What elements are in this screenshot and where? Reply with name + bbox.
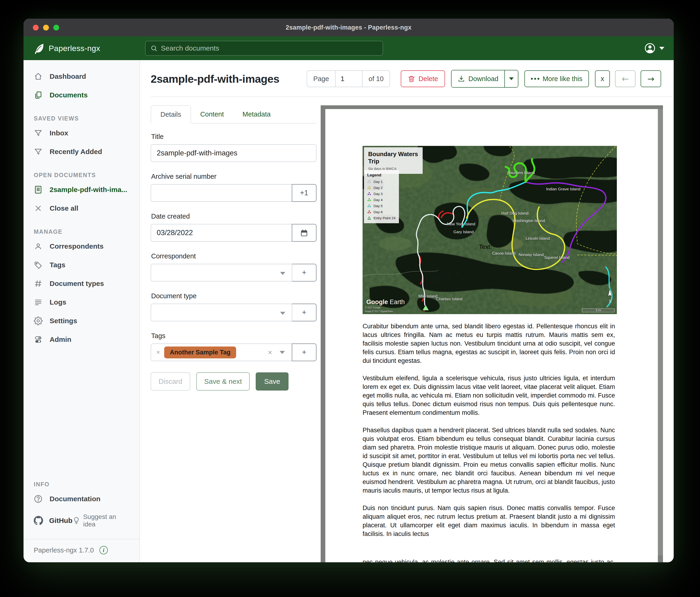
manage-heading: MANAGE [34, 229, 140, 235]
google-earth-attribution: Google Earth [366, 298, 405, 306]
save-button[interactable]: Save [256, 373, 288, 390]
sidebar-item-settings[interactable]: Settings [24, 312, 140, 330]
add-document-type-button[interactable]: + [292, 304, 317, 321]
close-document-button[interactable]: x [595, 70, 610, 87]
document-type-select[interactable] [151, 304, 292, 321]
entry-point-icon [367, 216, 371, 220]
legend-item: Day 6 [367, 210, 396, 214]
sidebar-item-recently-added[interactable]: Recently Added [24, 142, 140, 161]
info-heading: INFO [34, 481, 140, 488]
document-header: 2sample-pdf-with-images Page of 10 Delet… [151, 70, 674, 88]
sidebar-item-dashboard[interactable]: Dashboard [24, 67, 140, 86]
map-place-label: Mile Island [419, 294, 437, 299]
save-and-next-button[interactable]: Save & next [196, 373, 250, 390]
previous-document-button[interactable]: ← [615, 70, 635, 87]
more-like-this-button[interactable]: More like this [524, 70, 589, 87]
chevron-down-icon [280, 272, 285, 275]
tags-select[interactable]: × Another Sample Tag × [151, 343, 292, 361]
document-paragraph: nec neque vehicula, ac molestie ante orn… [362, 558, 615, 562]
search-input[interactable]: Search documents [145, 41, 383, 56]
version-text: Paperless-ngx 1.7.0 [34, 546, 94, 554]
trash-icon [408, 75, 415, 82]
date-created-field[interactable] [151, 224, 292, 242]
date-created-label: Date created [151, 213, 317, 220]
correspondent-label: Correspondent [151, 253, 317, 260]
app-header: Paperless-ngx Search documents [24, 37, 674, 60]
download-button[interactable]: Download [452, 70, 504, 87]
sidebar-item-github[interactable]: GitHub [34, 516, 72, 525]
person-icon [34, 242, 43, 251]
pdf-preview-panel: Boundary Waters Trip Six days in BWCA Le… [321, 105, 674, 562]
map-place-label: New York Island [447, 222, 475, 226]
hash-icon [34, 279, 43, 288]
map-place-label: Indian Grave Island [546, 187, 580, 192]
sidebar-item-tags[interactable]: Tags [24, 256, 140, 274]
sidebar-item-documentation[interactable]: Documentation [24, 489, 140, 508]
discard-button[interactable]: Discard [151, 373, 190, 390]
asn-field[interactable] [151, 184, 292, 202]
lightbulb-icon [72, 517, 80, 525]
legend-item: Day 5 [367, 204, 396, 208]
route-dots-icon [367, 192, 371, 196]
page-title: 2sample-pdf-with-images [151, 72, 279, 85]
preview-scrollbar-track[interactable] [663, 105, 674, 562]
calendar-button[interactable] [292, 224, 317, 242]
asn-plus-one-button[interactable]: +1 [292, 184, 317, 202]
title-field[interactable] [151, 144, 317, 162]
leaf-logo-icon [33, 43, 45, 54]
titlebar: 2sample-pdf-with-images - Paperless-ngx [24, 19, 674, 37]
documents-icon [34, 91, 43, 99]
map-legend: Legend Day 1Day 2Day 3Day 4Day 5Day 6Ent… [364, 170, 399, 223]
sidebar-item-correspondents[interactable]: Correspondents [24, 237, 140, 256]
main-panel: 2sample-pdf-with-images Page of 10 Delet… [140, 60, 674, 562]
route-dots-icon [367, 180, 371, 184]
legend-item: Day 1 [367, 180, 396, 184]
tag-chip[interactable]: Another Sample Tag [164, 347, 236, 358]
tab-details[interactable]: Details [151, 105, 191, 123]
user-menu[interactable] [644, 42, 665, 54]
chevron-down-icon [659, 47, 665, 50]
page-number-input[interactable] [335, 71, 362, 87]
correspondent-select[interactable] [151, 264, 292, 282]
chevron-down-icon [509, 77, 514, 80]
map-place-label: Canoe Island [492, 251, 515, 256]
filter-icon [34, 128, 43, 138]
download-options-button[interactable] [504, 70, 518, 87]
screen: 2sample-pdf-with-images - Paperless-ngx … [0, 0, 700, 597]
tab-metadata[interactable]: Metadata [233, 105, 280, 123]
sidebar-item-admin[interactable]: Admin [24, 330, 140, 349]
sidebar-item-inbox[interactable]: Inbox [24, 124, 140, 142]
delete-button[interactable]: Delete [401, 70, 445, 87]
map-place-label: Squirrel Island [544, 255, 570, 260]
chevron-down-icon [280, 351, 285, 354]
map-place-label: Text: [479, 243, 492, 250]
document-text: Curabitur bibendum ante urna, sed blandi… [362, 322, 615, 562]
sidebar-item-documents[interactable]: Documents [24, 86, 140, 104]
page-navigator: Page of 10 [307, 70, 390, 87]
map-title-box: Boundary Waters Trip Six days in BWCA [364, 147, 423, 174]
route-dots-icon [367, 186, 371, 190]
sidebar-github-row: GitHub Suggest an idea [24, 508, 140, 533]
sidebar-item-suggest-idea[interactable]: Suggest an idea [72, 513, 130, 528]
legend-rows: Day 1Day 2Day 3Day 4Day 5Day 6Entry Poin… [367, 180, 396, 220]
clear-tags-icon[interactable]: × [268, 348, 272, 357]
file-text-icon [34, 185, 43, 194]
map-scale-bar: 3 mi [582, 309, 615, 312]
details-form: Details Content Metadata Title Archive s… [151, 105, 317, 562]
remove-tag-icon[interactable]: × [156, 349, 160, 356]
add-correspondent-button[interactable]: + [292, 264, 317, 282]
brand[interactable]: Paperless-ngx [33, 43, 100, 54]
add-tag-button[interactable]: + [292, 343, 317, 361]
page-label: Page [307, 71, 335, 87]
sidebar-item-close-all[interactable]: Close all [24, 199, 140, 218]
document-paragraph: Phasellus dapibus quam a hendrerit place… [362, 426, 615, 495]
sidebar-item-document-types[interactable]: Document types [24, 274, 140, 293]
title-field-label: Title [151, 133, 317, 141]
info-icon[interactable]: i [99, 546, 108, 554]
sidebar-item-open-document[interactable]: 2sample-pdf-with-ima... [24, 181, 140, 199]
next-document-button[interactable]: → [641, 70, 661, 87]
sidebar-item-logs[interactable]: Logs [24, 293, 140, 312]
preview-scrollbar-thumb[interactable] [658, 109, 663, 555]
tab-content[interactable]: Content [191, 105, 233, 123]
route-dots-icon [367, 198, 371, 202]
